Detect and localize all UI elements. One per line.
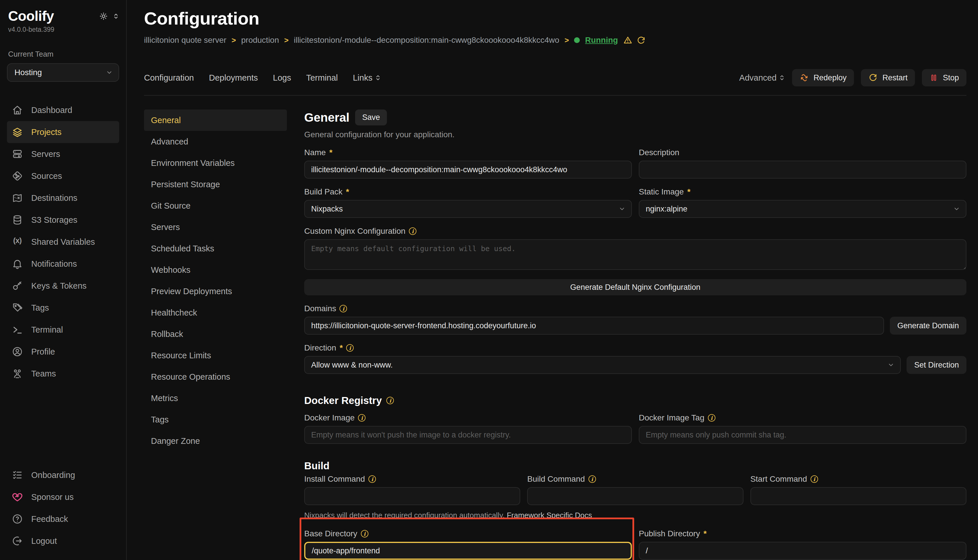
sidebar-item-label: Terminal: [31, 325, 63, 335]
set-direction-button[interactable]: Set Direction: [906, 356, 966, 374]
subnav-item-webhooks[interactable]: Webhooks: [144, 259, 287, 281]
build-pack-label: Build Pack*: [304, 187, 632, 197]
tab-links[interactable]: Links: [353, 73, 381, 83]
layers-icon: [12, 126, 23, 138]
subnav-item-advanced[interactable]: Advanced: [144, 131, 287, 152]
sidebar-item-shared-variables[interactable]: (x) Shared Variables: [7, 231, 119, 253]
docker-registry-heading: Docker Registryi: [304, 395, 966, 406]
users-icon: [12, 368, 23, 379]
general-heading: General: [304, 111, 349, 125]
start-command-label: Start Commandi: [751, 475, 966, 484]
subnav-item-scheduled-tasks[interactable]: Scheduled Tasks: [144, 238, 287, 259]
restart-button[interactable]: Restart: [861, 69, 915, 87]
sidebar-item-terminal[interactable]: Terminal: [7, 319, 119, 341]
tabs-divider: [144, 95, 966, 96]
chevron-down-icon: [619, 205, 625, 212]
sidebar-item-s3-storages[interactable]: S3 Storages: [7, 209, 119, 231]
save-button[interactable]: Save: [355, 110, 387, 125]
generate-nginx-button[interactable]: Generate Default Nginx Configuration: [304, 279, 966, 295]
publish-directory-input[interactable]: [639, 542, 966, 560]
tag-icon: [12, 302, 23, 313]
sidebar-item-destinations[interactable]: Destinations: [7, 187, 119, 209]
start-command-input[interactable]: [751, 487, 966, 505]
sidebar-item-label: Shared Variables: [31, 237, 95, 247]
static-image-select[interactable]: nginx:alpine: [639, 200, 966, 218]
subnav-item-danger-zone[interactable]: Danger Zone: [144, 430, 287, 452]
coolify-app: Coolify v4.0.0-beta.399 Current Team Hos…: [0, 0, 978, 560]
tab-logs[interactable]: Logs: [273, 73, 291, 83]
info-icon: i: [588, 475, 596, 483]
tab-configuration[interactable]: Configuration: [144, 73, 194, 83]
tab-terminal[interactable]: Terminal: [306, 73, 338, 83]
subnav-item-persistent-storage[interactable]: Persistent Storage: [144, 174, 287, 195]
subnav-item-rollback[interactable]: Rollback: [144, 323, 287, 345]
breadcrumb-project[interactable]: illicitonion quote server: [144, 35, 226, 45]
sidebar-item-onboarding[interactable]: Onboarding: [7, 464, 119, 486]
sidebar-item-teams[interactable]: Teams: [7, 363, 119, 385]
domains-input[interactable]: [304, 317, 884, 335]
team-select[interactable]: Hosting: [7, 63, 119, 82]
generate-domain-button[interactable]: Generate Domain: [890, 317, 966, 335]
collapse-updown-icon[interactable]: [113, 12, 119, 20]
sidebar-item-feedback[interactable]: Feedback: [7, 508, 119, 530]
sidebar-item-profile[interactable]: Profile: [7, 341, 119, 363]
subnav-item-metrics[interactable]: Metrics: [144, 387, 287, 409]
sidebar-item-notifications[interactable]: Notifications: [7, 253, 119, 275]
chevron-updown-icon: [375, 74, 381, 82]
breadcrumb-environment[interactable]: production: [241, 35, 279, 45]
subnav-item-git-source[interactable]: Git Source: [144, 195, 287, 217]
sidebar-nav: Dashboard Projects Servers: [7, 99, 119, 385]
stop-pause-icon: [930, 73, 938, 82]
base-directory-input[interactable]: [304, 542, 632, 560]
bell-icon: [12, 258, 23, 270]
redeploy-button[interactable]: Redeploy: [792, 69, 854, 87]
publish-directory-label: Publish Directory*: [639, 529, 966, 538]
theme-sun-icon[interactable]: [99, 12, 108, 21]
install-command-label: Install Commandi: [304, 475, 520, 484]
subnav-item-tags[interactable]: Tags: [144, 409, 287, 430]
database-icon: [12, 214, 23, 226]
subnav-item-environment-variables[interactable]: Environment Variables: [144, 152, 287, 174]
tab-deployments[interactable]: Deployments: [209, 73, 258, 83]
docker-image-input[interactable]: [304, 426, 632, 444]
custom-nginx-textarea[interactable]: [304, 239, 966, 270]
sidebar-footer: Onboarding Sponsor us Feedback: [7, 464, 119, 552]
sidebar-item-tags[interactable]: Tags: [7, 297, 119, 319]
docker-image-tag-input[interactable]: [639, 426, 966, 444]
sidebar-item-label: Projects: [31, 127, 62, 137]
warning-triangle-icon[interactable]: [623, 35, 632, 45]
sidebar-item-keys-tokens[interactable]: Keys & Tokens: [7, 275, 119, 297]
advanced-dropdown[interactable]: Advanced: [739, 73, 785, 83]
sidebar-item-sponsor[interactable]: Sponsor us: [7, 486, 119, 508]
sidebar-item-dashboard[interactable]: Dashboard: [7, 99, 119, 121]
framework-docs-link[interactable]: Framework Specific Docs: [507, 511, 592, 520]
sidebar-item-sources[interactable]: Sources: [7, 165, 119, 187]
stop-button[interactable]: Stop: [922, 69, 966, 87]
install-command-input[interactable]: [304, 487, 520, 505]
status-running-link[interactable]: Running: [585, 35, 618, 45]
direction-select[interactable]: Allow www & non-www.: [304, 356, 901, 374]
description-input[interactable]: [639, 161, 966, 178]
subnav-item-healthcheck[interactable]: Healthcheck: [144, 302, 287, 323]
subnav-item-preview-deployments[interactable]: Preview Deployments: [144, 281, 287, 302]
build-pack-select[interactable]: Nixpacks: [304, 200, 632, 218]
refresh-icon[interactable]: [637, 35, 646, 45]
breadcrumb-application[interactable]: illicitestonion/-module--decomposition:m…: [294, 35, 559, 45]
custom-nginx-label: Custom Nginx Configurationi: [304, 227, 966, 236]
sidebar-item-logout[interactable]: Logout: [7, 530, 119, 552]
info-icon: i: [339, 305, 347, 312]
subnav-item-general[interactable]: General: [144, 110, 287, 131]
sidebar-item-label: Sources: [31, 172, 62, 181]
chevron-down-icon: [888, 362, 894, 368]
name-input[interactable]: [304, 161, 632, 178]
sidebar-item-projects[interactable]: Projects: [7, 121, 119, 143]
brand-logo: Coolify: [8, 8, 54, 24]
subnav-item-resource-operations[interactable]: Resource Operations: [144, 366, 287, 387]
build-pack-value: Nixpacks: [311, 205, 343, 213]
chevron-down-icon: [953, 205, 960, 212]
build-command-input[interactable]: [527, 487, 743, 505]
subnav-item-servers[interactable]: Servers: [144, 217, 287, 238]
subnav-item-resource-limits[interactable]: Resource Limits: [144, 345, 287, 366]
server-icon: [12, 148, 23, 160]
sidebar-item-servers[interactable]: Servers: [7, 143, 119, 165]
